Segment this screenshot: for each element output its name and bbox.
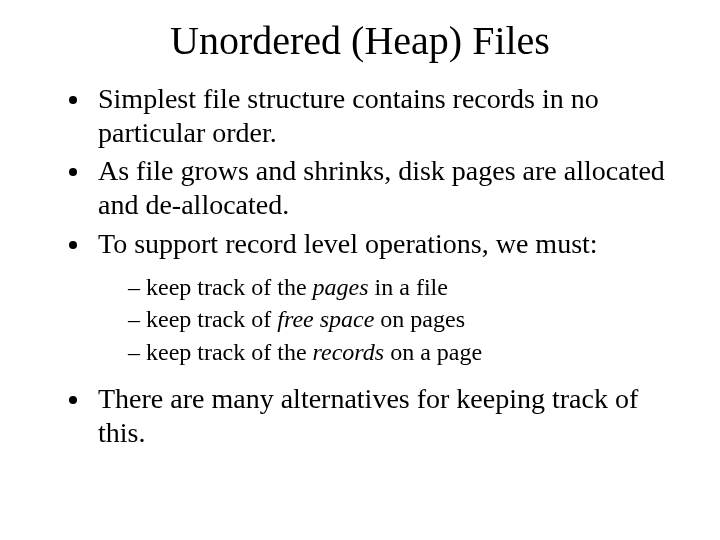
- emphasis-text: records: [313, 339, 385, 365]
- sub-text: on a page: [384, 339, 482, 365]
- bullet-item: As file grows and shrinks, disk pages ar…: [92, 154, 680, 222]
- sub-text: in a file: [369, 274, 448, 300]
- emphasis-text: pages: [313, 274, 369, 300]
- bullet-text: To support record level operations, we m…: [98, 228, 598, 259]
- bullet-list: Simplest file structure contains records…: [40, 82, 680, 450]
- emphasis-text: free space: [277, 306, 374, 332]
- bullet-item: Simplest file structure contains records…: [92, 82, 680, 150]
- sub-bullet-list: keep track of the pages in a file keep t…: [98, 271, 680, 368]
- bullet-item: There are many alternatives for keeping …: [92, 382, 680, 450]
- sub-text: keep track of the: [146, 339, 313, 365]
- slide: Unordered (Heap) Files Simplest file str…: [0, 0, 720, 540]
- bullet-item: To support record level operations, we m…: [92, 227, 680, 368]
- sub-text: keep track of: [146, 306, 277, 332]
- sub-bullet-item: keep track of free space on pages: [128, 303, 680, 335]
- slide-title: Unordered (Heap) Files: [40, 18, 680, 64]
- sub-text: on pages: [374, 306, 465, 332]
- sub-bullet-item: keep track of the pages in a file: [128, 271, 680, 303]
- sub-bullet-item: keep track of the records on a page: [128, 336, 680, 368]
- sub-text: keep track of the: [146, 274, 313, 300]
